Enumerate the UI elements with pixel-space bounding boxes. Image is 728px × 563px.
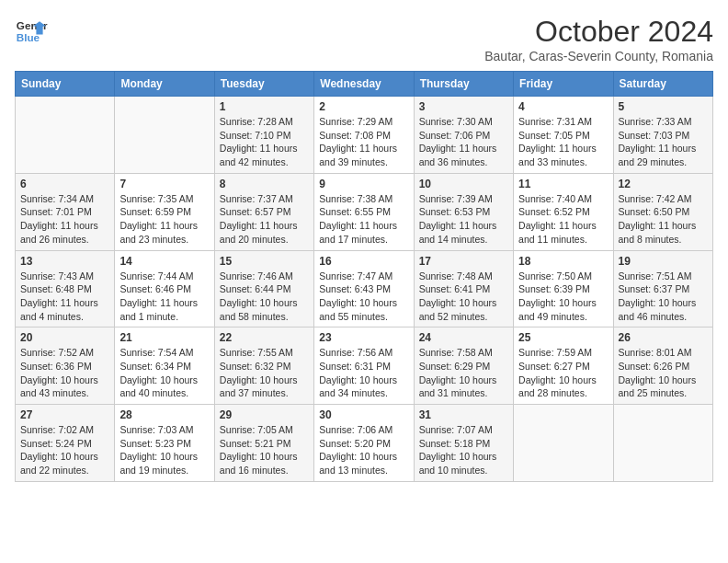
weekday-header: Monday xyxy=(115,72,214,97)
day-number: 11 xyxy=(518,178,608,190)
calendar-day-cell: 15Sunrise: 7:46 AMSunset: 6:44 PMDayligh… xyxy=(214,250,313,327)
day-info: Sunrise: 7:02 AMSunset: 5:24 PMDaylight:… xyxy=(20,423,109,477)
calendar-day-cell: 29Sunrise: 7:05 AMSunset: 5:21 PMDayligh… xyxy=(214,405,313,482)
day-info: Sunrise: 7:56 AMSunset: 6:31 PMDaylight:… xyxy=(319,346,408,400)
day-number: 15 xyxy=(220,255,309,268)
day-info: Sunrise: 7:40 AMSunset: 6:52 PMDaylight:… xyxy=(518,192,608,247)
calendar-day-cell: 20Sunrise: 7:52 AMSunset: 6:36 PMDayligh… xyxy=(16,327,115,405)
day-number: 28 xyxy=(119,408,209,421)
day-info: Sunrise: 7:06 AMSunset: 5:20 PMDaylight:… xyxy=(319,423,408,477)
calendar-day-cell: 5Sunrise: 7:33 AMSunset: 7:03 PMDaylight… xyxy=(613,97,712,174)
calendar-day-cell: 23Sunrise: 7:56 AMSunset: 6:31 PMDayligh… xyxy=(314,327,414,405)
day-number: 21 xyxy=(119,331,209,344)
calendar-day-cell: 19Sunrise: 7:51 AMSunset: 6:37 PMDayligh… xyxy=(613,250,712,327)
title-section: October 2024 Bautar, Caras-Severin Count… xyxy=(484,15,713,63)
day-info: Sunrise: 7:28 AMSunset: 7:10 PMDaylight:… xyxy=(220,115,309,169)
day-number: 5 xyxy=(619,100,708,113)
calendar-day-cell: 1Sunrise: 7:28 AMSunset: 7:10 PMDaylight… xyxy=(214,97,313,174)
day-info: Sunrise: 7:30 AMSunset: 7:06 PMDaylight:… xyxy=(419,115,508,169)
day-info: Sunrise: 7:54 AMSunset: 6:34 PMDaylight:… xyxy=(119,346,209,400)
calendar-day-cell: 3Sunrise: 7:30 AMSunset: 7:06 PMDaylight… xyxy=(414,97,513,174)
logo: General Blue xyxy=(15,15,48,48)
day-number: 12 xyxy=(619,178,708,190)
month-title: October 2024 xyxy=(484,15,713,49)
calendar-day-cell: 27Sunrise: 7:02 AMSunset: 5:24 PMDayligh… xyxy=(16,405,115,482)
day-number: 17 xyxy=(419,255,508,268)
day-number: 26 xyxy=(619,331,708,344)
weekday-header: Friday xyxy=(514,72,613,97)
day-number: 22 xyxy=(220,331,309,344)
calendar-day-cell: 4Sunrise: 7:31 AMSunset: 7:05 PMDaylight… xyxy=(514,97,613,174)
weekday-header: Tuesday xyxy=(214,72,313,97)
calendar-day-cell: 31Sunrise: 7:07 AMSunset: 5:18 PMDayligh… xyxy=(414,405,513,482)
calendar-day-cell xyxy=(16,97,115,174)
logo-icon: General Blue xyxy=(15,15,48,48)
calendar-week-row: 13Sunrise: 7:43 AMSunset: 6:48 PMDayligh… xyxy=(16,250,713,327)
day-number: 3 xyxy=(419,100,508,113)
day-info: Sunrise: 7:46 AMSunset: 6:44 PMDaylight:… xyxy=(220,270,309,324)
day-number: 2 xyxy=(319,100,408,113)
calendar-day-cell: 25Sunrise: 7:59 AMSunset: 6:27 PMDayligh… xyxy=(514,327,613,405)
calendar-day-cell: 14Sunrise: 7:44 AMSunset: 6:46 PMDayligh… xyxy=(115,250,214,327)
page-header: General Blue October 2024 Bautar, Caras-… xyxy=(15,15,713,63)
day-info: Sunrise: 7:07 AMSunset: 5:18 PMDaylight:… xyxy=(419,423,508,477)
calendar-table: SundayMondayTuesdayWednesdayThursdayFrid… xyxy=(15,71,713,482)
day-number: 4 xyxy=(518,100,608,113)
calendar-day-cell: 28Sunrise: 7:03 AMSunset: 5:23 PMDayligh… xyxy=(115,405,214,482)
weekday-header: Wednesday xyxy=(314,72,414,97)
calendar-day-cell xyxy=(613,405,712,482)
day-info: Sunrise: 7:39 AMSunset: 6:53 PMDaylight:… xyxy=(419,192,508,247)
day-info: Sunrise: 7:33 AMSunset: 7:03 PMDaylight:… xyxy=(619,115,708,169)
day-number: 9 xyxy=(319,178,408,190)
day-number: 10 xyxy=(419,178,508,190)
day-info: Sunrise: 7:38 AMSunset: 6:55 PMDaylight:… xyxy=(319,192,408,247)
weekday-header: Sunday xyxy=(16,72,115,97)
day-info: Sunrise: 7:42 AMSunset: 6:50 PMDaylight:… xyxy=(619,192,708,247)
calendar-day-cell xyxy=(514,405,613,482)
day-number: 8 xyxy=(220,178,309,190)
day-number: 25 xyxy=(518,331,608,344)
day-number: 20 xyxy=(20,331,109,344)
day-number: 14 xyxy=(119,255,209,268)
calendar-week-row: 27Sunrise: 7:02 AMSunset: 5:24 PMDayligh… xyxy=(16,405,713,482)
day-info: Sunrise: 7:59 AMSunset: 6:27 PMDaylight:… xyxy=(518,346,608,400)
calendar-day-cell: 9Sunrise: 7:38 AMSunset: 6:55 PMDaylight… xyxy=(314,173,414,250)
day-number: 16 xyxy=(319,255,408,268)
calendar-week-row: 20Sunrise: 7:52 AMSunset: 6:36 PMDayligh… xyxy=(16,327,713,405)
day-info: Sunrise: 7:31 AMSunset: 7:05 PMDaylight:… xyxy=(518,115,608,169)
calendar-day-cell: 12Sunrise: 7:42 AMSunset: 6:50 PMDayligh… xyxy=(613,173,712,250)
calendar-day-cell: 24Sunrise: 7:58 AMSunset: 6:29 PMDayligh… xyxy=(414,327,513,405)
day-info: Sunrise: 7:48 AMSunset: 6:41 PMDaylight:… xyxy=(419,270,508,324)
calendar-day-cell: 8Sunrise: 7:37 AMSunset: 6:57 PMDaylight… xyxy=(214,173,313,250)
day-number: 1 xyxy=(220,100,309,113)
calendar-day-cell xyxy=(115,97,214,174)
location-subtitle: Bautar, Caras-Severin County, Romania xyxy=(484,49,713,63)
calendar-day-cell: 10Sunrise: 7:39 AMSunset: 6:53 PMDayligh… xyxy=(414,173,513,250)
day-number: 6 xyxy=(20,178,109,190)
day-info: Sunrise: 7:44 AMSunset: 6:46 PMDaylight:… xyxy=(119,270,209,324)
calendar-day-cell: 6Sunrise: 7:34 AMSunset: 7:01 PMDaylight… xyxy=(16,173,115,250)
day-info: Sunrise: 7:47 AMSunset: 6:43 PMDaylight:… xyxy=(319,270,408,324)
day-number: 13 xyxy=(20,255,109,268)
calendar-day-cell: 17Sunrise: 7:48 AMSunset: 6:41 PMDayligh… xyxy=(414,250,513,327)
calendar-day-cell: 7Sunrise: 7:35 AMSunset: 6:59 PMDaylight… xyxy=(115,173,214,250)
day-number: 23 xyxy=(319,331,408,344)
day-number: 24 xyxy=(419,331,508,344)
day-info: Sunrise: 7:58 AMSunset: 6:29 PMDaylight:… xyxy=(419,346,508,400)
calendar-day-cell: 2Sunrise: 7:29 AMSunset: 7:08 PMDaylight… xyxy=(314,97,414,174)
calendar-week-row: 6Sunrise: 7:34 AMSunset: 7:01 PMDaylight… xyxy=(16,173,713,250)
day-info: Sunrise: 7:35 AMSunset: 6:59 PMDaylight:… xyxy=(119,192,209,247)
day-number: 18 xyxy=(518,255,608,268)
day-number: 19 xyxy=(619,255,708,268)
calendar-day-cell: 11Sunrise: 7:40 AMSunset: 6:52 PMDayligh… xyxy=(514,173,613,250)
day-number: 7 xyxy=(119,178,209,190)
day-number: 31 xyxy=(419,408,508,421)
calendar-day-cell: 18Sunrise: 7:50 AMSunset: 6:39 PMDayligh… xyxy=(514,250,613,327)
calendar-day-cell: 21Sunrise: 7:54 AMSunset: 6:34 PMDayligh… xyxy=(115,327,214,405)
day-number: 30 xyxy=(319,408,408,421)
day-info: Sunrise: 7:51 AMSunset: 6:37 PMDaylight:… xyxy=(619,270,708,324)
day-info: Sunrise: 7:55 AMSunset: 6:32 PMDaylight:… xyxy=(220,346,309,400)
day-info: Sunrise: 7:50 AMSunset: 6:39 PMDaylight:… xyxy=(518,270,608,324)
day-info: Sunrise: 7:52 AMSunset: 6:36 PMDaylight:… xyxy=(20,346,109,400)
weekday-header: Saturday xyxy=(613,72,712,97)
